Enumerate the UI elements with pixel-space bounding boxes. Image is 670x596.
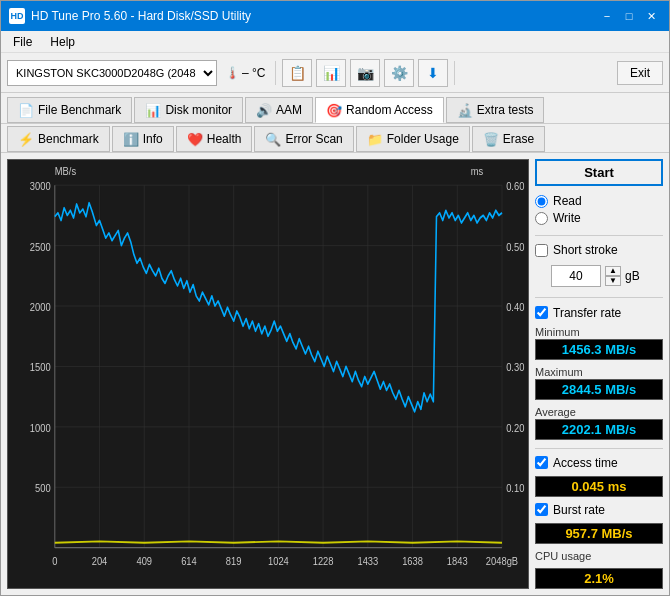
side-panel: Start Read Write Short stroke — [529, 153, 669, 595]
svg-text:MB/s: MB/s — [55, 165, 76, 177]
start-button[interactable]: Start — [535, 159, 663, 186]
tab-file-benchmark-label: File Benchmark — [38, 103, 121, 117]
tab-random-access[interactable]: 🎯 Random Access — [315, 97, 444, 123]
minimum-label: Minimum — [535, 326, 663, 338]
stroke-down-button[interactable]: ▼ — [605, 276, 621, 286]
folder-usage-icon: 📁 — [367, 132, 383, 147]
svg-text:2500: 2500 — [30, 241, 51, 253]
svg-text:204: 204 — [92, 556, 108, 568]
svg-rect-0 — [8, 160, 528, 588]
tab-aam[interactable]: 🔊 AAM — [245, 97, 313, 123]
burst-rate-option[interactable]: Burst rate — [535, 503, 663, 517]
info-icon: ℹ️ — [123, 132, 139, 147]
maximum-label: Maximum — [535, 366, 663, 378]
maximize-button[interactable]: □ — [619, 7, 639, 25]
file-benchmark-icon: 📄 — [18, 103, 34, 118]
tab-file-benchmark[interactable]: 📄 File Benchmark — [7, 97, 132, 123]
tab-extra-tests[interactable]: 🔬 Extra tests — [446, 97, 545, 123]
thermometer-icon: 🌡️ — [225, 66, 240, 80]
access-time-option[interactable]: Access time — [535, 456, 663, 470]
svg-text:0.20: 0.20 — [506, 422, 524, 434]
svg-text:614: 614 — [181, 556, 197, 568]
access-time-value: 0.045 ms — [535, 476, 663, 497]
tab-health[interactable]: ❤️ Health — [176, 126, 253, 152]
erase-icon: 🗑️ — [483, 132, 499, 147]
toolbar-btn-4[interactable]: ⚙️ — [384, 59, 414, 87]
close-button[interactable]: ✕ — [641, 7, 661, 25]
window-title: HD Tune Pro 5.60 - Hard Disk/SSD Utility — [31, 9, 251, 23]
exit-button[interactable]: Exit — [617, 61, 663, 85]
svg-text:1843: 1843 — [447, 556, 468, 568]
access-time-checkbox[interactable] — [535, 456, 548, 469]
average-label: Average — [535, 406, 663, 418]
svg-text:ms: ms — [471, 165, 483, 177]
toolbar-btn-3[interactable]: 📷 — [350, 59, 380, 87]
stroke-up-button[interactable]: ▲ — [605, 266, 621, 276]
stroke-spinner: ▲ ▼ — [605, 266, 621, 286]
title-bar-left: HD HD Tune Pro 5.60 - Hard Disk/SSD Util… — [9, 8, 251, 24]
toolbar-btn-2[interactable]: 📊 — [316, 59, 346, 87]
benchmark-chart: 3000 2500 2000 1500 1000 500 0.60 0.50 0… — [8, 160, 528, 588]
tab-disk-monitor-label: Disk monitor — [165, 103, 232, 117]
stroke-unit: gB — [625, 269, 640, 283]
tab-erase-label: Erase — [503, 132, 534, 146]
menu-bar: File Help — [1, 31, 669, 53]
main-content: MB/s ms — [1, 153, 669, 595]
average-value: 2202.1 MB/s — [535, 419, 663, 440]
app-icon: HD — [9, 8, 25, 24]
transfer-rate-label: Transfer rate — [553, 306, 621, 320]
nav-tabs-row1: 📄 File Benchmark 📊 Disk monitor 🔊 AAM 🎯 … — [1, 93, 669, 124]
tab-disk-monitor[interactable]: 📊 Disk monitor — [134, 97, 243, 123]
toolbar-separator-2 — [454, 61, 455, 85]
toolbar-btn-5[interactable]: ⬇ — [418, 59, 448, 87]
read-write-group: Read Write — [535, 192, 663, 227]
title-bar: HD HD Tune Pro 5.60 - Hard Disk/SSD Util… — [1, 1, 669, 31]
disk-selector[interactable]: KINGSTON SKC3000D2048G (2048 gB) — [7, 60, 217, 86]
short-stroke-label: Short stroke — [553, 243, 618, 257]
transfer-rate-checkbox[interactable] — [535, 306, 548, 319]
svg-text:1024: 1024 — [268, 556, 289, 568]
svg-text:0: 0 — [52, 556, 57, 568]
svg-text:1638: 1638 — [402, 556, 423, 568]
disk-monitor-icon: 📊 — [145, 103, 161, 118]
svg-text:1228: 1228 — [313, 556, 334, 568]
svg-text:819: 819 — [226, 556, 242, 568]
tab-info-label: Info — [143, 132, 163, 146]
stroke-input[interactable] — [551, 265, 601, 287]
toolbar-separator-1 — [275, 61, 276, 85]
menu-file[interactable]: File — [5, 33, 40, 50]
extra-tests-icon: 🔬 — [457, 103, 473, 118]
write-option[interactable]: Write — [535, 211, 663, 225]
temperature-display: 🌡️ – °C — [221, 66, 269, 80]
tab-health-label: Health — [207, 132, 242, 146]
benchmark-icon: ⚡ — [18, 132, 34, 147]
tab-error-scan[interactable]: 🔍 Error Scan — [254, 126, 353, 152]
tab-benchmark[interactable]: ⚡ Benchmark — [7, 126, 110, 152]
title-bar-buttons: − □ ✕ — [597, 7, 661, 25]
read-label: Read — [553, 194, 582, 208]
short-stroke-option[interactable]: Short stroke — [535, 243, 663, 257]
read-option[interactable]: Read — [535, 194, 663, 208]
minimize-button[interactable]: − — [597, 7, 617, 25]
svg-text:2000: 2000 — [30, 301, 51, 313]
tab-info[interactable]: ℹ️ Info — [112, 126, 174, 152]
tab-folder-usage-label: Folder Usage — [387, 132, 459, 146]
write-radio[interactable] — [535, 212, 548, 225]
short-stroke-checkbox[interactable] — [535, 244, 548, 257]
tab-error-scan-label: Error Scan — [285, 132, 342, 146]
svg-text:500: 500 — [35, 483, 51, 495]
minimum-stat: Minimum 1456.3 MB/s — [535, 326, 663, 360]
maximum-stat: Maximum 2844.5 MB/s — [535, 366, 663, 400]
tab-folder-usage[interactable]: 📁 Folder Usage — [356, 126, 470, 152]
minimum-value: 1456.3 MB/s — [535, 339, 663, 360]
menu-help[interactable]: Help — [42, 33, 83, 50]
svg-text:0.60: 0.60 — [506, 180, 524, 192]
svg-text:2048gB: 2048gB — [486, 556, 518, 568]
svg-text:1433: 1433 — [357, 556, 378, 568]
toolbar-btn-1[interactable]: 📋 — [282, 59, 312, 87]
read-radio[interactable] — [535, 195, 548, 208]
svg-text:1500: 1500 — [30, 362, 51, 374]
burst-rate-checkbox[interactable] — [535, 503, 548, 516]
tab-erase[interactable]: 🗑️ Erase — [472, 126, 545, 152]
transfer-rate-option[interactable]: Transfer rate — [535, 306, 663, 320]
